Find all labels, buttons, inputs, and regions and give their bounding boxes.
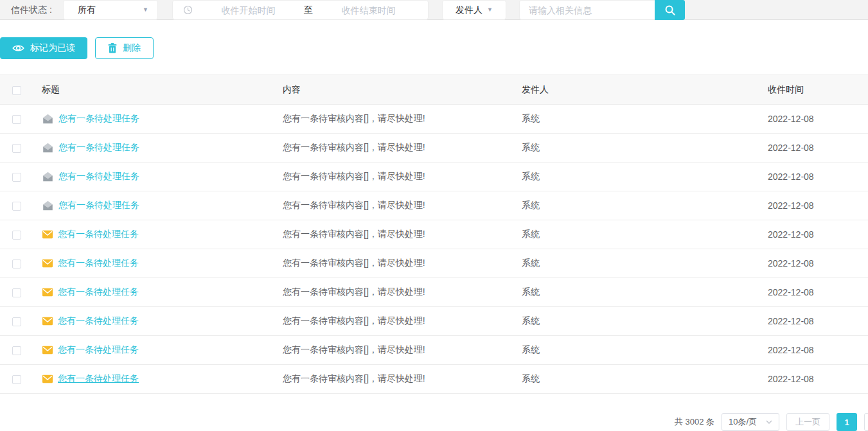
mail-time: 2022-12-08 xyxy=(757,307,868,336)
row-title-cell: 您有一条待处理任务 xyxy=(31,163,272,191)
row-title-cell: 您有一条待处理任务 xyxy=(31,307,272,336)
mark-read-label: 标记为已读 xyxy=(30,42,75,54)
mail-title-link[interactable]: 您有一条待处理任务 xyxy=(58,258,139,269)
mail-sender: 系统 xyxy=(511,220,757,249)
table-row: 您有一条待处理任务您有一条待审核内容[]，请尽快处理!系统2022-12-08 xyxy=(0,249,868,278)
mail-time: 2022-12-08 xyxy=(757,336,868,365)
page-1-button[interactable]: 1 xyxy=(837,413,857,431)
mail-time: 2022-12-08 xyxy=(757,249,868,278)
prev-page-button[interactable]: 上一页 xyxy=(786,413,829,431)
row-checkbox[interactable] xyxy=(12,115,21,124)
row-title-cell: 您有一条待处理任务 xyxy=(31,191,272,220)
row-checkbox[interactable] xyxy=(12,259,21,268)
mail-sender: 系统 xyxy=(511,278,757,307)
mail-title-link[interactable]: 您有一条待处理任务 xyxy=(58,142,139,154)
mail-title-link[interactable]: 您有一条待处理任务 xyxy=(58,373,139,385)
search-button[interactable] xyxy=(655,0,685,20)
envelope-closed-icon xyxy=(42,317,53,326)
row-checkbox[interactable] xyxy=(12,173,21,182)
page-size-select[interactable]: 10条/页 xyxy=(722,413,779,431)
table-row: 您有一条待处理任务您有一条待审核内容[]，请尽快处理!系统2022-12-08 xyxy=(0,365,868,394)
action-toolbar: 标记为已读 删除 xyxy=(0,37,868,59)
table-row: 您有一条待处理任务您有一条待审核内容[]，请尽快处理!系统2022-12-08 xyxy=(0,163,868,191)
mail-sender: 系统 xyxy=(511,307,757,336)
page-button-partial[interactable] xyxy=(864,413,868,431)
mail-title-link[interactable]: 您有一条待处理任务 xyxy=(58,113,139,125)
mail-content: 您有一条待审核内容[]，请尽快处理! xyxy=(272,105,511,134)
mail-title-link[interactable]: 您有一条待处理任务 xyxy=(58,200,139,211)
mail-sender: 系统 xyxy=(511,336,757,365)
mail-content: 您有一条待审核内容[]，请尽快处理! xyxy=(272,336,511,365)
sender-filter-select[interactable]: 发件人 ▼ xyxy=(442,0,506,20)
mail-content: 您有一条待审核内容[]，请尽快处理! xyxy=(272,191,511,220)
mail-sender: 系统 xyxy=(511,105,757,134)
mark-read-button[interactable]: 标记为已读 xyxy=(0,37,87,59)
mail-content: 您有一条待审核内容[]，请尽快处理! xyxy=(272,134,511,163)
row-check-cell xyxy=(0,336,31,365)
mail-title-link[interactable]: 您有一条待处理任务 xyxy=(58,315,139,327)
caret-down-icon: ▼ xyxy=(487,7,493,13)
table-row: 您有一条待处理任务您有一条待审核内容[]，请尽快处理!系统2022-12-08 xyxy=(0,134,868,163)
envelope-open-icon xyxy=(42,200,54,211)
mail-title-link[interactable]: 您有一条待处理任务 xyxy=(58,229,139,240)
delete-button[interactable]: 删除 xyxy=(95,37,154,59)
mail-title-link[interactable]: 您有一条待处理任务 xyxy=(58,171,139,182)
envelope-closed-icon xyxy=(42,230,53,239)
search-icon xyxy=(664,4,676,16)
status-filter-label: 信件状态 : xyxy=(11,0,52,20)
table-header-row: 标题 内容 发件人 收件时间 xyxy=(0,75,868,105)
trash-icon xyxy=(108,43,117,53)
table-row: 您有一条待处理任务您有一条待审核内容[]，请尽快处理!系统2022-12-08 xyxy=(0,105,868,134)
header-sender: 发件人 xyxy=(511,75,757,105)
mail-content: 您有一条待审核内容[]，请尽快处理! xyxy=(272,220,511,249)
total-count: 共 3002 条 xyxy=(675,416,714,428)
table-row: 您有一条待处理任务您有一条待审核内容[]，请尽快处理!系统2022-12-08 xyxy=(0,336,868,365)
row-title-cell: 您有一条待处理任务 xyxy=(31,365,272,394)
row-checkbox[interactable] xyxy=(12,288,21,297)
row-checkbox[interactable] xyxy=(12,375,21,384)
date-range-picker[interactable]: 至 xyxy=(172,0,429,20)
mail-table: 标题 内容 发件人 收件时间 您有一条待处理任务您有一条待审核内容[]，请尽快处… xyxy=(0,75,868,394)
envelope-open-icon xyxy=(42,172,54,182)
clock-icon xyxy=(183,5,193,15)
row-checkbox[interactable] xyxy=(12,231,21,240)
status-filter-select[interactable]: 所有 ▼ xyxy=(63,0,158,20)
select-all-checkbox[interactable] xyxy=(12,86,21,95)
row-checkbox[interactable] xyxy=(12,144,21,153)
mail-time: 2022-12-08 xyxy=(757,191,868,220)
row-title-cell: 您有一条待处理任务 xyxy=(31,220,272,249)
row-check-cell xyxy=(0,365,31,394)
table-row: 您有一条待处理任务您有一条待审核内容[]，请尽快处理!系统2022-12-08 xyxy=(0,220,868,249)
caret-down-icon: ▼ xyxy=(143,7,148,13)
row-checkbox[interactable] xyxy=(12,202,21,211)
mail-content: 您有一条待审核内容[]，请尽快处理! xyxy=(272,278,511,307)
row-title-cell: 您有一条待处理任务 xyxy=(31,278,272,307)
row-checkbox[interactable] xyxy=(12,346,21,355)
date-start-input[interactable] xyxy=(195,5,301,15)
table-row: 您有一条待处理任务您有一条待审核内容[]，请尽快处理!系统2022-12-08 xyxy=(0,278,868,307)
mail-time: 2022-12-08 xyxy=(757,220,868,249)
date-end-input[interactable] xyxy=(315,5,421,15)
mail-time: 2022-12-08 xyxy=(757,163,868,191)
envelope-closed-icon xyxy=(42,346,53,355)
mail-sender: 系统 xyxy=(511,365,757,394)
mail-title-link[interactable]: 您有一条待处理任务 xyxy=(58,344,139,356)
mail-title-link[interactable]: 您有一条待处理任务 xyxy=(58,286,139,298)
mail-content: 您有一条待审核内容[]，请尽快处理! xyxy=(272,249,511,278)
mail-sender: 系统 xyxy=(511,249,757,278)
mail-time: 2022-12-08 xyxy=(757,278,868,307)
row-check-cell xyxy=(0,220,31,249)
row-title-cell: 您有一条待处理任务 xyxy=(31,249,272,278)
row-check-cell xyxy=(0,278,31,307)
header-content: 内容 xyxy=(272,75,511,105)
chevron-down-icon xyxy=(766,420,772,424)
row-check-cell xyxy=(0,307,31,336)
search-input[interactable] xyxy=(519,0,655,20)
date-range-separator: 至 xyxy=(301,4,315,16)
row-title-cell: 您有一条待处理任务 xyxy=(31,336,272,365)
row-check-cell xyxy=(0,134,31,163)
envelope-open-icon xyxy=(42,114,54,124)
row-checkbox[interactable] xyxy=(12,317,21,326)
select-all-cell xyxy=(0,75,31,105)
row-title-cell: 您有一条待处理任务 xyxy=(31,105,272,134)
